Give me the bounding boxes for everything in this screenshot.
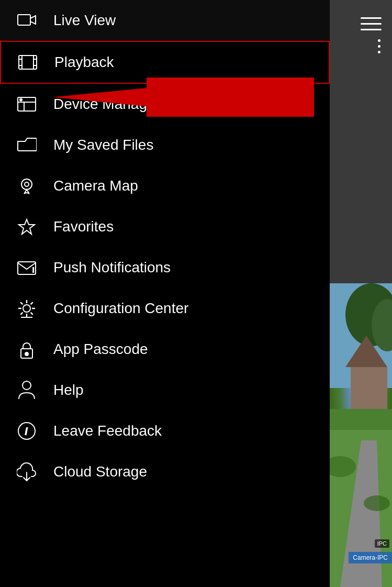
svg-point-11 [21, 179, 32, 190]
configuration-center-icon [16, 297, 38, 319]
svg-text:i: i [25, 426, 28, 437]
help-label: Help [53, 382, 84, 398]
camera-feed: IPC Camera-IPC [330, 283, 392, 587]
playback-icon [17, 51, 39, 73]
live-view-icon [16, 9, 38, 31]
push-notifications-label: Push Notifications [53, 259, 171, 276]
more-options-button[interactable] [378, 39, 380, 53]
live-view-label: Live View [53, 12, 116, 29]
svg-point-34 [364, 495, 390, 511]
sidebar-item-live-view[interactable]: Live View [0, 0, 330, 41]
leave-feedback-icon: i [16, 420, 38, 442]
hamburger-line-3 [361, 29, 382, 30]
svg-point-15 [23, 305, 30, 312]
sidebar-item-leave-feedback[interactable]: i Leave Feedback [0, 411, 330, 451]
dot-3 [378, 51, 380, 53]
camera-name-label: Camera-IPC [349, 552, 392, 563]
configuration-center-label: Configuration Center [53, 300, 188, 317]
favorites-label: Favorites [53, 218, 114, 235]
main-layout: Live View Playback [0, 0, 392, 587]
sidebar-item-help[interactable]: Help [0, 370, 330, 411]
svg-point-20 [23, 381, 31, 390]
dot-1 [378, 39, 380, 42]
sidebar-item-push-notifications[interactable]: ! Push Notifications [0, 247, 330, 288]
camera-ipc-label: IPC [375, 539, 389, 548]
sidebar-item-app-passcode[interactable]: App Passcode [0, 329, 330, 370]
hamburger-line-2 [361, 23, 382, 25]
sidebar-item-my-saved-files[interactable]: My Saved Files [0, 125, 330, 165]
svg-rect-28 [351, 367, 387, 409]
saved-files-icon [16, 134, 38, 156]
sidebar-item-playback[interactable]: Playback [0, 41, 330, 84]
device-manager-label: Device Manager [53, 96, 160, 113]
app-passcode-label: App Passcode [53, 341, 148, 358]
camera-map-icon [16, 175, 38, 197]
app-passcode-icon [16, 338, 38, 360]
sidebar-item-device-manager[interactable]: Device Manager [0, 84, 330, 125]
sidebar-item-cloud-storage[interactable]: Cloud Storage [0, 451, 330, 492]
sidebar-item-camera-map[interactable]: Camera Map [0, 165, 330, 206]
right-panel: IPC Camera-IPC [330, 0, 392, 587]
sidebar-item-favorites[interactable]: Favorites [0, 206, 330, 247]
help-icon [16, 379, 38, 401]
dot-2 [378, 45, 380, 48]
cloud-storage-label: Cloud Storage [53, 463, 147, 480]
device-manager-icon [16, 93, 38, 115]
favorites-icon [16, 216, 38, 238]
svg-point-10 [20, 99, 22, 101]
svg-point-19 [25, 352, 28, 356]
svg-point-12 [25, 182, 29, 186]
cloud-storage-icon [16, 461, 38, 483]
svg-text:!: ! [32, 267, 34, 274]
camera-map-label: Camera Map [53, 178, 138, 194]
leave-feedback-label: Leave Feedback [53, 423, 162, 439]
sidebar: Live View Playback [0, 0, 330, 587]
hamburger-line-1 [361, 17, 382, 19]
hamburger-menu-button[interactable] [355, 10, 387, 37]
playback-label: Playback [54, 54, 114, 71]
push-notifications-icon: ! [16, 257, 38, 279]
saved-files-label: My Saved Files [53, 137, 153, 153]
sidebar-item-configuration-center[interactable]: Configuration Center [0, 288, 330, 329]
